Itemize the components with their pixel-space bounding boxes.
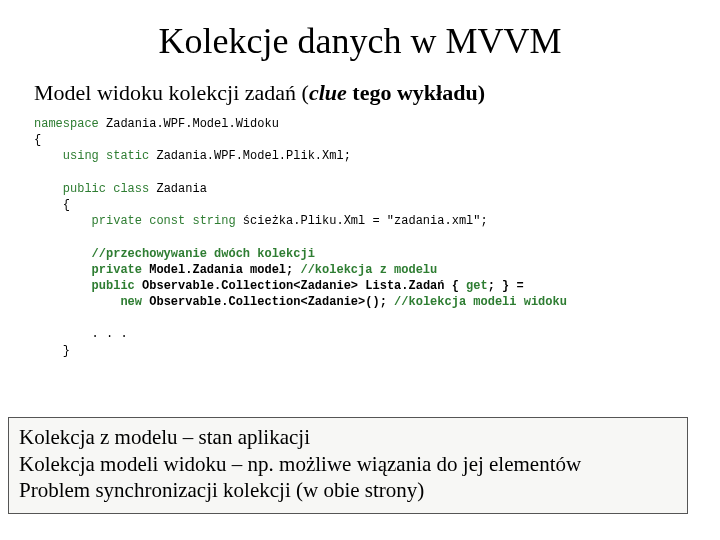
code-l12a: [34, 295, 120, 309]
code-kw-publicclass: public class: [63, 182, 157, 196]
summary-line-3: Problem synchronizacji kolekcji (w obie …: [19, 477, 677, 503]
code-kw-private: private: [92, 263, 150, 277]
subtitle-clue: clue: [309, 80, 347, 105]
code-l11d: Lista.Zadań {: [365, 279, 466, 293]
code-l10c: Model.Zadania model;: [149, 263, 300, 277]
code-l15: }: [34, 344, 70, 358]
code-l5a: [34, 182, 63, 196]
subtitle-pre: Model widoku kolekcji zadań (: [34, 80, 309, 105]
code-kw-namespace: namespace: [34, 117, 99, 131]
summary-line-1: Kolekcja z modelu – stan aplikacji: [19, 424, 677, 450]
slide-title: Kolekcje danych w MVVM: [0, 0, 720, 80]
code-l11f: ; } =: [488, 279, 524, 293]
code-l11a: [34, 279, 92, 293]
summary-line-2: Kolekcja modeli widoku – np. możliwe wią…: [19, 451, 677, 477]
code-l6: {: [34, 198, 70, 212]
slide-subtitle: Model widoku kolekcji zadań (clue tego w…: [0, 80, 720, 116]
code-l1b: Zadania.WPF.Model.Widoku: [99, 117, 279, 131]
code-l10a: [34, 263, 92, 277]
code-l3a: [34, 149, 63, 163]
code-l12c: Observable.Collection<Zadanie>();: [149, 295, 394, 309]
code-l14: . . .: [34, 327, 128, 341]
code-kw-get: get: [466, 279, 488, 293]
slide: Kolekcje danych w MVVM Model widoku kole…: [0, 0, 720, 540]
code-kw-public: public: [92, 279, 142, 293]
code-kw-new: new: [120, 295, 149, 309]
code-kw-privateconst: private const string: [92, 214, 243, 228]
subtitle-post: tego wykładu): [347, 80, 485, 105]
code-l5c: Zadania: [156, 182, 206, 196]
code-l3c: Zadania.WPF.Model.Plik.Xml;: [149, 149, 351, 163]
code-block: namespace Zadania.WPF.Model.Widoku { usi…: [0, 116, 720, 359]
code-l11c: Observable.Collection<Zadanie>: [142, 279, 365, 293]
code-l2: {: [34, 133, 41, 147]
code-l7a: [34, 214, 92, 228]
code-comment1: //przechowywanie dwóch kolekcji: [92, 247, 315, 261]
code-comment2: //kolekcja z modelu: [300, 263, 437, 277]
code-comment3: //kolekcja modeli widoku: [394, 295, 567, 309]
code-l9a: [34, 247, 92, 261]
code-kw-using: using static: [63, 149, 149, 163]
summary-box: Kolekcja z modelu – stan aplikacji Kolek…: [8, 417, 688, 514]
code-l7c: ścieżka.Pliku.Xml = "zadania.xml";: [243, 214, 488, 228]
